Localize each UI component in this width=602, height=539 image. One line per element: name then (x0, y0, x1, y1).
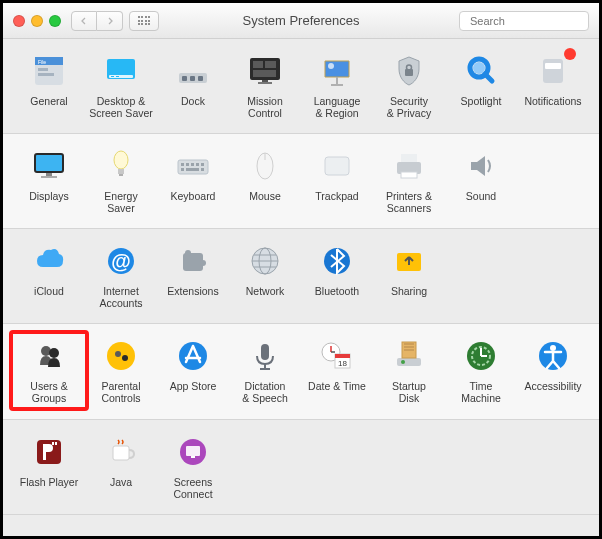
svg-text:18: 18 (338, 359, 347, 368)
svg-rect-41 (186, 163, 189, 166)
svg-point-68 (107, 342, 135, 370)
internet-icon: @ (101, 241, 141, 281)
screens-label: Screens Connect (173, 476, 212, 500)
extensions-icon (173, 241, 213, 281)
pref-row-1: DisplaysEnergy SaverKeyboardMouseTrackpa… (3, 134, 599, 229)
svg-rect-39 (178, 160, 208, 174)
appstore-icon (173, 336, 213, 376)
svg-rect-47 (201, 168, 204, 171)
icloud-icon (29, 241, 69, 281)
flash-label: Flash Player (20, 476, 78, 488)
pref-bluetooth[interactable]: Bluetooth (301, 239, 373, 311)
close-button[interactable] (13, 15, 25, 27)
pref-mouse[interactable]: Mouse (229, 144, 301, 216)
mission-icon (245, 51, 285, 91)
pref-dictation[interactable]: Dictation & Speech (229, 334, 301, 406)
svg-rect-23 (336, 77, 338, 85)
search-field[interactable] (459, 11, 589, 31)
svg-rect-93 (113, 446, 129, 460)
pref-icloud[interactable]: iCloud (13, 239, 85, 311)
svg-rect-92 (55, 442, 57, 445)
icloud-label: iCloud (34, 285, 64, 297)
accessibility-label: Accessibility (524, 380, 581, 392)
pref-printers[interactable]: Printers & Scanners (373, 144, 445, 216)
pref-users[interactable]: Users & Groups (9, 330, 89, 410)
spotlight-label: Spotlight (461, 95, 502, 107)
pref-dock[interactable]: Dock (157, 49, 229, 121)
svg-rect-30 (543, 59, 563, 83)
mouse-label: Mouse (249, 190, 281, 202)
pref-energy[interactable]: Energy Saver (85, 144, 157, 216)
pref-extensions[interactable]: Extensions (157, 239, 229, 311)
svg-rect-31 (545, 63, 561, 69)
pref-flash[interactable]: Flash Player (13, 430, 85, 502)
accessibility-icon (533, 336, 573, 376)
forward-button[interactable] (97, 11, 123, 31)
sharing-icon (389, 241, 429, 281)
pref-timemachine[interactable]: Time Machine (445, 334, 517, 406)
dictation-icon (245, 336, 285, 376)
pref-appstore[interactable]: App Store (157, 334, 229, 406)
svg-point-69 (115, 351, 121, 357)
pref-internet[interactable]: @Internet Accounts (85, 239, 157, 311)
system-preferences-window: System Preferences FileGeneralDesktop & … (0, 0, 602, 539)
printers-label: Printers & Scanners (386, 190, 432, 214)
pref-desktop[interactable]: Desktop & Screen Saver (85, 49, 157, 121)
svg-rect-43 (196, 163, 199, 166)
svg-text:@: @ (111, 250, 131, 272)
security-icon (389, 51, 429, 91)
pref-trackpad[interactable]: Trackpad (301, 144, 373, 216)
sound-label: Sound (466, 190, 496, 202)
show-all-button[interactable] (129, 11, 159, 31)
svg-line-28 (485, 74, 492, 81)
pref-keyboard[interactable]: Keyboard (157, 144, 229, 216)
pref-screens[interactable]: Screens Connect (157, 430, 229, 502)
pref-displays[interactable]: Displays (13, 144, 85, 216)
flash-icon (29, 432, 69, 472)
pref-sound[interactable]: Sound (445, 144, 517, 216)
svg-point-70 (122, 355, 128, 361)
svg-rect-38 (119, 174, 123, 176)
general-label: General (30, 95, 67, 107)
pref-general[interactable]: FileGeneral (13, 49, 85, 121)
search-input[interactable] (470, 15, 602, 27)
pref-language[interactable]: Language & Region (301, 49, 373, 121)
network-label: Network (246, 285, 285, 297)
pref-startup[interactable]: Startup Disk (373, 334, 445, 406)
svg-point-29 (473, 62, 485, 74)
minimize-button[interactable] (31, 15, 43, 27)
zoom-button[interactable] (49, 15, 61, 27)
svg-rect-17 (265, 61, 276, 68)
dictation-label: Dictation & Speech (242, 380, 288, 404)
svg-rect-46 (186, 168, 199, 171)
pref-notifications[interactable]: Notifications (517, 49, 589, 121)
screens-icon (173, 432, 213, 472)
pref-network[interactable]: Network (229, 239, 301, 311)
svg-rect-79 (335, 354, 350, 358)
network-icon (245, 241, 285, 281)
nav-buttons (71, 11, 123, 31)
back-button[interactable] (71, 11, 97, 31)
parental-label: Parental Controls (101, 380, 140, 404)
dock-label: Dock (181, 95, 205, 107)
pref-accessibility[interactable]: Accessibility (517, 334, 589, 406)
pref-datetime[interactable]: 18Date & Time (301, 334, 373, 406)
startup-icon (389, 336, 429, 376)
pref-parental[interactable]: Parental Controls (85, 334, 157, 406)
pref-security[interactable]: Security & Privacy (373, 49, 445, 121)
displays-label: Displays (29, 190, 69, 202)
pref-spotlight[interactable]: Spotlight (445, 49, 517, 121)
svg-rect-52 (401, 154, 417, 162)
pref-mission[interactable]: Mission Control (229, 49, 301, 121)
svg-rect-13 (190, 76, 195, 81)
svg-rect-16 (253, 61, 263, 68)
svg-point-89 (550, 345, 556, 351)
pref-sharing[interactable]: Sharing (373, 239, 445, 311)
svg-rect-20 (258, 82, 272, 84)
svg-rect-44 (201, 163, 204, 166)
svg-rect-18 (253, 70, 276, 77)
svg-point-82 (401, 360, 405, 364)
pref-java[interactable]: Java (85, 430, 157, 502)
mission-label: Mission Control (247, 95, 283, 119)
energy-icon (101, 146, 141, 186)
